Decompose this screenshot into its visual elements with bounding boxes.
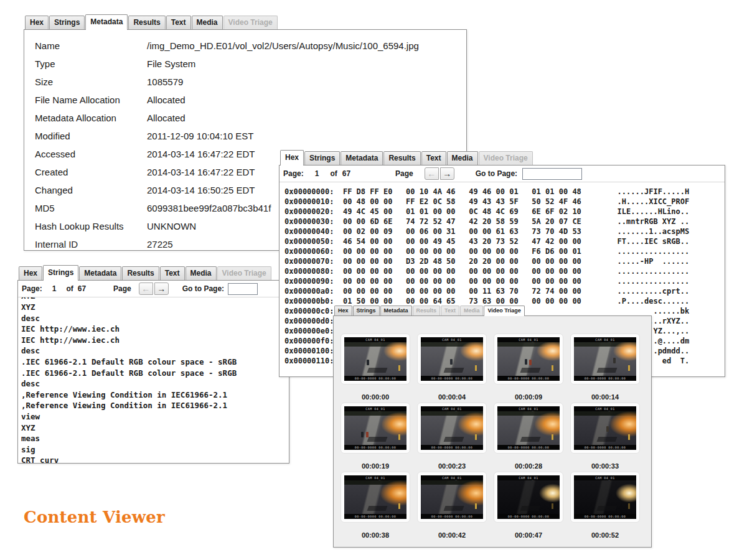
page-forward-icon[interactable]: →: [440, 167, 454, 180]
page-back-icon[interactable]: ←: [425, 167, 439, 180]
timestamp-overlay: 00-00-0000 00:00:00: [344, 445, 406, 450]
tab-hex[interactable]: Hex: [19, 266, 42, 280]
tab-metadata[interactable]: Metadata: [85, 14, 128, 30]
person-figure: [361, 432, 364, 437]
page-number: 1: [52, 284, 57, 293]
cctv-frame: CAM 04_0100-00-0000 00:00:00: [574, 406, 636, 450]
video-thumbnail[interactable]: CAM 04_0100-00-0000 00:00:00: [417, 472, 487, 523]
tab-media[interactable]: Media: [192, 16, 223, 29]
strings-row: .IEC 61966-2.1 Default RGB colour space …: [21, 368, 289, 379]
camera-label: CAM 04_01: [344, 337, 406, 342]
strings-row: desc: [21, 345, 289, 357]
tab-strings[interactable]: Strings: [49, 16, 85, 29]
video-thumbnail[interactable]: CAM 04_0100-00-0000 00:00:00: [570, 334, 640, 385]
tab-text[interactable]: Text: [421, 151, 446, 165]
cctv-frame: CAM 04_0100-00-0000 00:00:00: [574, 475, 636, 519]
camera-label: CAM 04_01: [574, 337, 636, 342]
metadata-field-label: MD5: [35, 203, 147, 213]
person-figure: [366, 432, 369, 437]
tab-strings[interactable]: Strings: [43, 265, 78, 281]
video-thumbnail[interactable]: CAM 04_0100-00-0000 00:00:00: [494, 334, 563, 385]
person-figure: [606, 426, 609, 432]
thumbnail-timestamp: 00:00:14: [570, 393, 640, 401]
cctv-scene: [497, 411, 560, 445]
person-figure: [613, 358, 616, 363]
video-thumbnail[interactable]: CAM 04_0100-00-0000 00:00:00: [494, 403, 563, 454]
tab-results: Results: [413, 306, 441, 315]
metadata-field-label: Accessed: [35, 149, 147, 159]
hex-row: 0x00000000: FF D8 FF E0 00 10 4A 46 49 4…: [284, 187, 725, 197]
tab-video-triage[interactable]: Video Triage: [484, 306, 524, 316]
cctv-scene: [421, 480, 483, 514]
cctv-frame: CAM 04_0100-00-0000 00:00:00: [421, 337, 483, 381]
strings-row: ,Reference Viewing Condition in IEC61966…: [21, 390, 289, 401]
content-viewer-stage: HexStringsMetadataResultsTextMediaVideo …: [0, 0, 747, 560]
metadata-field-value: 2011-12-09 10:04:10 EST: [147, 131, 254, 141]
tab-strings[interactable]: Strings: [353, 306, 380, 315]
strings-row: view: [21, 411, 289, 422]
tab-text[interactable]: Text: [166, 16, 191, 29]
tab-text[interactable]: Text: [160, 266, 185, 280]
metadata-field-label: Size: [35, 77, 147, 87]
video-thumbnail-cell: CAM 04_0100-00-0000 00:00:0000:00:38: [341, 472, 410, 539]
timestamp-overlay: 00-00-0000 00:00:00: [497, 445, 560, 450]
strings-row: IEC http://www.iec.ch: [21, 324, 289, 335]
strings-row: ,Reference Viewing Condition in IEC61966…: [21, 400, 289, 411]
goto-page-input[interactable]: [228, 283, 258, 295]
tab-media[interactable]: Media: [447, 151, 478, 165]
thumbnail-timestamp: 00:00:33: [570, 462, 640, 470]
metadata-field-label: Changed: [35, 185, 147, 195]
page-back-icon[interactable]: ←: [139, 282, 153, 295]
video-thumbnail[interactable]: CAM 04_0100-00-0000 00:00:00: [417, 403, 487, 454]
cctv-frame: CAM 04_0100-00-0000 00:00:00: [421, 475, 483, 519]
metadata-field-value: 2014-03-14 16:47:22 EDT: [147, 167, 255, 177]
tab-hex[interactable]: Hex: [334, 306, 352, 315]
video-thumbnail[interactable]: CAM 04_0100-00-0000 00:00:00: [494, 472, 563, 523]
metadata-field-label: Created: [35, 167, 147, 177]
strings-panel-tabbar: HexStringsMetadataResultsTextMediaVideo …: [17, 266, 289, 280]
video-thumbnail[interactable]: CAM 04_0100-00-0000 00:00:00: [341, 403, 410, 454]
page-forward-icon[interactable]: →: [154, 282, 169, 295]
metadata-row: TypeFile System: [35, 55, 466, 73]
camera-label: CAM 04_01: [497, 406, 560, 411]
tab-results[interactable]: Results: [122, 266, 159, 280]
tab-metadata[interactable]: Metadata: [341, 151, 383, 165]
tab-metadata[interactable]: Metadata: [79, 266, 121, 280]
strings-panel: HexStringsMetadataResultsTextMediaVideo …: [17, 266, 289, 464]
page-jump-label: Page: [113, 284, 131, 293]
timestamp-overlay: 00-00-0000 00:00:00: [497, 514, 560, 519]
tab-metadata[interactable]: Metadata: [380, 306, 412, 315]
hex-row: 0x00000090: 00 00 00 00 00 00 00 00 00 0…: [284, 276, 725, 286]
tab-results[interactable]: Results: [383, 151, 420, 165]
tab-hex[interactable]: Hex: [25, 16, 49, 29]
camera-label: CAM 04_01: [574, 406, 636, 411]
strings-panel-body: Page: 1 of 67 Page ← → Go to Page: XYZ X…: [17, 280, 289, 464]
thumbnail-timestamp: 00:00:09: [494, 393, 563, 401]
video-thumbnail[interactable]: CAM 04_0100-00-0000 00:00:00: [417, 334, 487, 385]
strings-row: XYZ: [21, 297, 289, 302]
cctv-scene: [574, 342, 636, 376]
thumbnail-timestamp: 00:00:04: [417, 393, 487, 401]
hex-row: 0x00000050: 46 54 00 00 00 00 49 45 43 2…: [284, 236, 725, 246]
goto-page-label: Go to Page:: [182, 284, 224, 293]
tab-hex[interactable]: Hex: [280, 150, 304, 166]
video-thumbnail[interactable]: CAM 04_0100-00-0000 00:00:00: [341, 472, 410, 523]
timestamp-overlay: 00-00-0000 00:00:00: [421, 445, 483, 450]
metadata-field-value: Allocated: [147, 113, 186, 123]
tab-strings[interactable]: Strings: [304, 151, 340, 165]
video-thumbnail-cell: CAM 04_0100-00-0000 00:00:0000:00:00: [341, 334, 410, 401]
video-thumbnail[interactable]: CAM 04_0100-00-0000 00:00:00: [341, 334, 410, 385]
tab-video-triage: Video Triage: [223, 16, 278, 29]
video-thumbnail[interactable]: CAM 04_0100-00-0000 00:00:00: [570, 472, 640, 523]
timestamp-overlay: 00-00-0000 00:00:00: [421, 376, 483, 381]
page-label: Page:: [22, 284, 42, 293]
timestamp-overlay: 00-00-0000 00:00:00: [421, 514, 483, 519]
thumbnail-timestamp: 00:00:42: [417, 531, 487, 539]
of-label: of: [330, 169, 337, 178]
tab-results[interactable]: Results: [128, 16, 165, 29]
video-thumbnail[interactable]: CAM 04_0100-00-0000 00:00:00: [570, 403, 640, 454]
goto-page-input[interactable]: [522, 168, 582, 180]
camera-label: CAM 04_01: [344, 406, 406, 411]
hex-row: 0x00000040: 00 02 00 09 00 06 00 31 00 0…: [284, 226, 725, 236]
tab-media[interactable]: Media: [186, 266, 217, 280]
